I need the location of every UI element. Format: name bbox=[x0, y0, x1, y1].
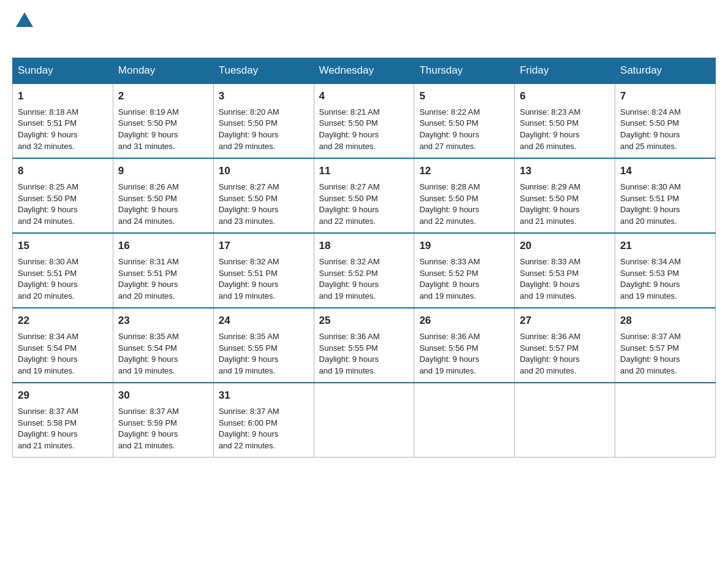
daylight-label: Daylight: 9 hours bbox=[319, 130, 379, 139]
daylight-label: Daylight: 9 hours bbox=[419, 354, 479, 364]
sunset-label: Sunset: 5:50 PM bbox=[520, 194, 578, 203]
daylight-detail: and 19 minutes. bbox=[419, 291, 476, 301]
calendar-empty-cell bbox=[414, 383, 515, 458]
daylight-label: Daylight: 9 hours bbox=[520, 205, 580, 214]
sunrise-label: Sunrise: 8:36 AM bbox=[419, 332, 480, 341]
daylight-label: Daylight: 9 hours bbox=[219, 429, 279, 439]
daylight-label: Daylight: 9 hours bbox=[319, 205, 379, 214]
calendar-day-6: 6Sunrise: 8:23 AMSunset: 5:50 PMDaylight… bbox=[515, 83, 615, 158]
calendar-week-row-3: 15Sunrise: 8:30 AMSunset: 5:51 PMDayligh… bbox=[13, 233, 716, 308]
sunrise-label: Sunrise: 8:28 AM bbox=[419, 182, 480, 191]
daylight-detail: and 19 minutes. bbox=[118, 366, 175, 375]
day-number: 16 bbox=[118, 239, 208, 254]
sunset-label: Sunset: 5:55 PM bbox=[319, 343, 378, 353]
calendar-day-2: 2Sunrise: 8:19 AMSunset: 5:50 PMDaylight… bbox=[113, 83, 213, 158]
daylight-detail: and 22 minutes. bbox=[219, 441, 276, 450]
day-number: 13 bbox=[520, 164, 610, 179]
daylight-detail: and 24 minutes. bbox=[118, 216, 175, 226]
day-number: 21 bbox=[620, 239, 710, 254]
calendar-day-18: 18Sunrise: 8:32 AMSunset: 5:52 PMDayligh… bbox=[314, 233, 414, 308]
daylight-detail: and 19 minutes. bbox=[319, 366, 376, 375]
daylight-detail: and 20 minutes. bbox=[118, 291, 175, 301]
day-number: 22 bbox=[18, 313, 108, 329]
calendar-day-14: 14Sunrise: 8:30 AMSunset: 5:51 PMDayligh… bbox=[615, 158, 716, 233]
calendar-day-12: 12Sunrise: 8:28 AMSunset: 5:50 PMDayligh… bbox=[414, 158, 515, 233]
sunrise-label: Sunrise: 8:34 AM bbox=[18, 332, 78, 341]
sunrise-label: Sunrise: 8:35 AM bbox=[219, 332, 279, 341]
calendar-day-21: 21Sunrise: 8:34 AMSunset: 5:53 PMDayligh… bbox=[615, 233, 716, 308]
calendar-header-row: SundayMondayTuesdayWednesdayThursdayFrid… bbox=[13, 58, 716, 84]
calendar-day-5: 5Sunrise: 8:22 AMSunset: 5:50 PMDaylight… bbox=[414, 83, 515, 158]
calendar-day-23: 23Sunrise: 8:35 AMSunset: 5:54 PMDayligh… bbox=[113, 308, 213, 383]
calendar-day-22: 22Sunrise: 8:34 AMSunset: 5:54 PMDayligh… bbox=[13, 308, 113, 383]
daylight-detail: and 19 minutes. bbox=[620, 291, 677, 301]
calendar-day-15: 15Sunrise: 8:30 AMSunset: 5:51 PMDayligh… bbox=[13, 233, 113, 308]
calendar-day-13: 13Sunrise: 8:29 AMSunset: 5:50 PMDayligh… bbox=[515, 158, 615, 233]
day-number: 3 bbox=[219, 89, 309, 104]
daylight-label: Daylight: 9 hours bbox=[118, 280, 178, 289]
calendar-day-11: 11Sunrise: 8:27 AMSunset: 5:50 PMDayligh… bbox=[314, 158, 414, 233]
day-number: 12 bbox=[419, 164, 509, 179]
daylight-detail: and 27 minutes. bbox=[419, 142, 476, 151]
calendar-table: SundayMondayTuesdayWednesdayThursdayFrid… bbox=[12, 58, 716, 458]
daylight-detail: and 19 minutes. bbox=[419, 366, 476, 375]
sunrise-label: Sunrise: 8:37 AM bbox=[219, 407, 279, 416]
sunrise-label: Sunrise: 8:32 AM bbox=[319, 257, 380, 266]
sunrise-label: Sunrise: 8:30 AM bbox=[18, 257, 78, 266]
sunrise-label: Sunrise: 8:19 AM bbox=[118, 107, 179, 117]
sunset-label: Sunset: 5:50 PM bbox=[419, 118, 478, 128]
logo-triangle-icon bbox=[16, 12, 33, 29]
day-number: 25 bbox=[319, 313, 409, 329]
calendar-day-9: 9Sunrise: 8:26 AMSunset: 5:50 PMDaylight… bbox=[113, 158, 213, 233]
calendar-week-row-5: 29Sunrise: 8:37 AMSunset: 5:58 PMDayligh… bbox=[13, 383, 716, 458]
daylight-label: Daylight: 9 hours bbox=[319, 354, 379, 364]
daylight-detail: and 19 minutes. bbox=[18, 366, 75, 375]
day-number: 18 bbox=[319, 239, 409, 254]
calendar-day-header-saturday: Saturday bbox=[615, 58, 716, 84]
sunset-label: Sunset: 5:50 PM bbox=[219, 118, 278, 128]
day-number: 2 bbox=[118, 89, 208, 104]
calendar-day-24: 24Sunrise: 8:35 AMSunset: 5:55 PMDayligh… bbox=[213, 308, 314, 383]
day-number: 1 bbox=[18, 89, 108, 104]
day-number: 28 bbox=[620, 313, 710, 329]
calendar-day-20: 20Sunrise: 8:33 AMSunset: 5:53 PMDayligh… bbox=[515, 233, 615, 308]
calendar-day-16: 16Sunrise: 8:31 AMSunset: 5:51 PMDayligh… bbox=[113, 233, 213, 308]
day-number: 23 bbox=[118, 313, 208, 329]
daylight-label: Daylight: 9 hours bbox=[219, 354, 279, 364]
day-number: 29 bbox=[18, 388, 108, 404]
daylight-label: Daylight: 9 hours bbox=[18, 130, 78, 139]
sunset-label: Sunset: 5:51 PM bbox=[219, 269, 278, 278]
sunrise-label: Sunrise: 8:33 AM bbox=[419, 257, 480, 266]
daylight-label: Daylight: 9 hours bbox=[219, 130, 279, 139]
calendar-day-header-sunday: Sunday bbox=[13, 58, 113, 84]
sunrise-label: Sunrise: 8:18 AM bbox=[18, 107, 78, 117]
sunset-label: Sunset: 5:51 PM bbox=[620, 194, 679, 203]
day-number: 30 bbox=[118, 388, 208, 404]
daylight-label: Daylight: 9 hours bbox=[18, 205, 78, 214]
daylight-detail: and 21 minutes. bbox=[118, 441, 175, 450]
daylight-label: Daylight: 9 hours bbox=[219, 205, 279, 214]
sunset-label: Sunset: 5:53 PM bbox=[520, 269, 578, 278]
day-number: 4 bbox=[319, 89, 409, 104]
day-number: 17 bbox=[219, 239, 309, 254]
daylight-detail: and 31 minutes. bbox=[118, 142, 175, 151]
calendar-week-row-4: 22Sunrise: 8:34 AMSunset: 5:54 PMDayligh… bbox=[13, 308, 716, 383]
sunrise-label: Sunrise: 8:23 AM bbox=[520, 107, 580, 117]
day-number: 20 bbox=[520, 239, 610, 254]
sunrise-label: Sunrise: 8:27 AM bbox=[219, 182, 279, 191]
calendar-day-header-friday: Friday bbox=[515, 58, 615, 84]
daylight-label: Daylight: 9 hours bbox=[520, 130, 580, 139]
day-number: 19 bbox=[419, 239, 509, 254]
sunset-label: Sunset: 6:00 PM bbox=[219, 418, 278, 427]
calendar-day-27: 27Sunrise: 8:36 AMSunset: 5:57 PMDayligh… bbox=[515, 308, 615, 383]
day-number: 31 bbox=[219, 388, 309, 404]
calendar-day-header-wednesday: Wednesday bbox=[314, 58, 414, 84]
sunset-label: Sunset: 5:53 PM bbox=[620, 269, 679, 278]
calendar-empty-cell bbox=[515, 383, 615, 458]
sunrise-label: Sunrise: 8:31 AM bbox=[118, 257, 179, 266]
sunrise-label: Sunrise: 8:37 AM bbox=[118, 407, 179, 416]
day-number: 7 bbox=[620, 89, 710, 104]
daylight-detail: and 21 minutes. bbox=[520, 216, 577, 226]
daylight-detail: and 22 minutes. bbox=[319, 216, 376, 226]
sunset-label: Sunset: 5:59 PM bbox=[118, 418, 177, 427]
